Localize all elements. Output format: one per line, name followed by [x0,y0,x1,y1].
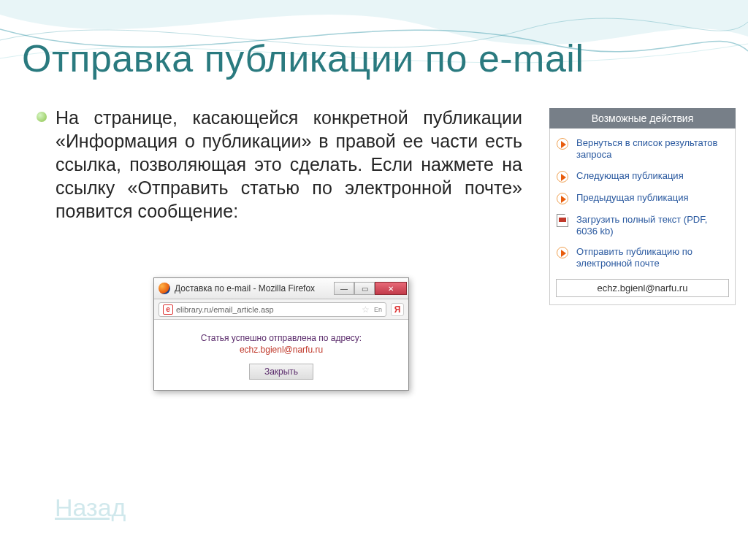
sidebar-header: Возможные действия [549,108,736,129]
sidebar-item-label: Загрузить полный текст (PDF, 6036 kb) [576,214,729,238]
sidebar-item-prev-publication[interactable]: Предыдущая публикация [556,192,729,205]
pdf-icon [557,214,568,227]
email-input-box[interactable]: echz.bgienl@narfu.ru [556,279,729,297]
lang-badge: En [374,306,382,313]
sidebar-item-download-pdf[interactable]: Загрузить полный текст (PDF, 6036 kb) [556,214,729,238]
sidebar-item-label: Следующая публикация [576,170,684,182]
arrow-icon [557,247,568,258]
popup-body: Статья успешно отправлена по адресу: ech… [154,320,408,390]
site-icon: e [163,304,173,315]
content-area: На странице, касающейся конкретной публи… [37,106,522,223]
sent-email-address: echz.bgienl@narfu.ru [161,345,401,355]
close-button[interactable]: Закрыть [249,364,313,380]
arrow-icon [557,193,568,204]
url-text: elibrary.ru/email_article.asp [176,305,274,314]
address-bar-row: e elibrary.ru/email_article.asp ☆ En Я [154,299,408,320]
url-input[interactable]: e elibrary.ru/email_article.asp ☆ En [159,302,386,317]
yandex-icon[interactable]: Я [391,303,404,316]
paragraph-text: На странице, касающейся конкретной публи… [56,106,522,223]
firefox-icon [159,283,170,294]
window-title: Доставка по e-mail - Mozilla Firefox [175,283,334,294]
minimize-button[interactable]: — [334,282,354,295]
actions-sidebar: Возможные действия Вернуться в список ре… [549,108,736,305]
firefox-popup-window: Доставка по e-mail - Mozilla Firefox — ▭… [153,277,409,391]
slide-title: Отправка публикации по e-mail [22,37,584,80]
sidebar-item-label: Предыдущая публикация [576,192,688,204]
window-close-button[interactable]: ✕ [375,282,407,295]
sidebar-item-label: Вернуться в список результатов запроса [576,137,729,161]
window-titlebar: Доставка по e-mail - Mozilla Firefox — ▭… [154,278,408,299]
arrow-icon [557,171,568,183]
sent-message: Статья успешно отправлена по адресу: [161,333,401,343]
back-link[interactable]: Назад [55,494,126,522]
sidebar-item-back-to-results[interactable]: Вернуться в список результатов запроса [556,137,729,161]
sidebar-item-label: Отправить публикацию по электронной почт… [576,246,729,270]
sidebar-item-next-publication[interactable]: Следующая публикация [556,170,729,183]
sidebar-item-send-email[interactable]: Отправить публикацию по электронной почт… [556,246,729,270]
bookmark-star-icon[interactable]: ☆ [362,304,370,315]
bullet-icon [37,112,47,122]
maximize-button[interactable]: ▭ [354,282,375,295]
arrow-icon [557,138,568,150]
